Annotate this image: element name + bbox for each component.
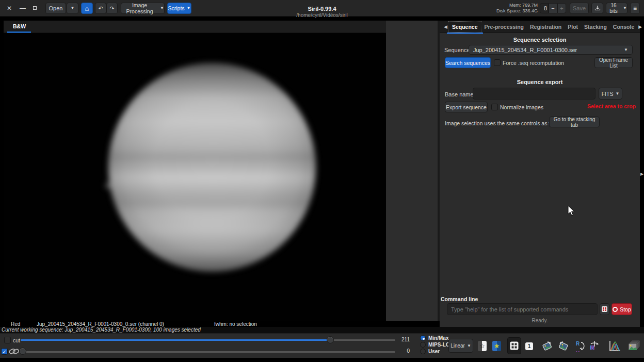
home-button[interactable]: ⌂ <box>81 3 93 14</box>
cut-label: cut <box>13 337 20 343</box>
chain-link-icon <box>9 346 19 356</box>
right-frame <box>640 4 644 358</box>
export-sequence-button[interactable]: Export sequence <box>445 102 488 112</box>
save-button-label: Save <box>573 5 586 11</box>
open-menu-button[interactable]: ▼ <box>67 3 78 14</box>
save-as-button[interactable] <box>591 3 603 14</box>
open-button-label: Open <box>49 5 63 11</box>
panel-expander-handle[interactable]: ▶ <box>640 170 644 178</box>
low-slider-handle[interactable] <box>19 348 26 355</box>
force-recompute-checkbox[interactable] <box>494 59 501 66</box>
redo-button[interactable]: ↷ <box>106 3 118 14</box>
low-slider-track[interactable] <box>26 351 395 353</box>
working-sequence-status: Current working sequence: Jup_200415_204… <box>2 327 201 333</box>
tab-bw[interactable]: B&W <box>9 21 30 31</box>
high-slider-fill <box>21 339 330 341</box>
viewer-gutter <box>386 21 438 321</box>
sequence-combobox[interactable]: Jup_200415_204534_R_F0001-0300.ser ▼ <box>469 45 633 55</box>
normalize-images-checkbox[interactable] <box>491 104 498 110</box>
radio-user[interactable] <box>420 349 426 354</box>
jupiter-cloud-bands <box>108 63 316 272</box>
open-frame-list-button[interactable]: Open Frame List <box>594 57 633 68</box>
single-channel-button[interactable]: 1 <box>522 338 536 354</box>
open-button[interactable]: Open <box>45 3 66 14</box>
tab-plot[interactable]: Plot <box>565 22 581 32</box>
goto-stacking-button[interactable]: Go to the stacking tab <box>549 117 600 127</box>
frames-list-button[interactable] <box>627 338 641 354</box>
cut-checkbox[interactable] <box>4 337 11 343</box>
stretch-mode-dropdown[interactable]: Linear ▼ <box>448 339 473 353</box>
low-value: 0 <box>399 348 410 354</box>
single-channel-icon: 1 <box>525 342 533 350</box>
svg-text:R: R <box>576 341 580 347</box>
zoom-out-button[interactable]: − <box>549 3 557 13</box>
viewer-tab-bar: B&W <box>4 21 438 33</box>
channel-grid-button[interactable] <box>507 337 521 354</box>
undo-button[interactable]: ↶ <box>95 3 106 14</box>
high-value: 211 <box>399 337 410 342</box>
export-sequence-label: Export sequence <box>446 104 487 110</box>
histogram-button[interactable] <box>607 338 621 354</box>
force-recompute-label: Force .seq recomputation <box>503 60 564 66</box>
display-controls-bar: cut 211 ✓ 0 Min/Max MIPS-LO/HI User Line… <box>0 333 644 358</box>
window-minimize-button[interactable]: — <box>18 3 28 13</box>
command-grid-icon <box>602 306 607 312</box>
tab-scroll-left-button[interactable]: ◀ <box>443 24 448 29</box>
tab-pre-processing[interactable]: Pre-processing <box>481 22 527 32</box>
scripts-label: Scripts <box>168 5 184 11</box>
search-sequences-button[interactable]: Search sequences <box>445 57 491 68</box>
format-dropdown[interactable]: FITS ▼ <box>599 88 622 100</box>
rotate-left-button[interactable] <box>540 338 554 354</box>
zoom-value[interactable]: 8 <box>540 3 549 13</box>
command-line-title: Command line <box>441 296 478 302</box>
open-frame-list-label: Open Frame List <box>595 57 632 69</box>
negative-view-button[interactable]: ☆ <box>475 338 489 354</box>
chevron-down-icon: ▼ <box>160 6 164 10</box>
goto-stacking-label: Go to the stacking tab <box>550 117 599 128</box>
channel-grid-icon <box>510 341 519 350</box>
tab-scroll-right-button[interactable]: ▶ <box>637 24 643 29</box>
tab-sequence[interactable]: Sequence <box>448 21 481 32</box>
rotate-right-button[interactable] <box>556 338 570 354</box>
command-list-button[interactable] <box>600 303 609 315</box>
current-file-name: Jup_200415_204534_R_F0001-0300_0.ser (ch… <box>37 321 164 327</box>
high-slider-handle[interactable] <box>327 336 334 343</box>
link-cut-checkbox[interactable]: ✓ <box>1 348 8 355</box>
left-frame <box>0 4 4 333</box>
false-color-button[interactable]: ★ <box>490 338 504 354</box>
stop-button[interactable]: Stop <box>611 303 632 315</box>
image-processing-menu-button[interactable]: Image Processing ▼ <box>121 3 165 14</box>
app-title: Siril-0.99.4 <box>270 6 374 12</box>
jupiter-disk <box>108 63 316 272</box>
scripts-menu-button[interactable]: Scripts ▼ <box>167 3 191 14</box>
base-name-input[interactable] <box>473 88 595 100</box>
tab-stacking[interactable]: Stacking <box>581 22 610 32</box>
tab-registration[interactable]: Registration <box>527 22 565 32</box>
fwhm-status: fwhm: no selection <box>214 321 257 327</box>
radio-mips[interactable] <box>420 342 426 348</box>
flip-horizontal-button[interactable]: R R <box>587 338 601 354</box>
image-canvas[interactable] <box>4 33 386 321</box>
flip-vertical-button[interactable]: R R <box>572 338 586 354</box>
chevron-down-icon: ▼ <box>467 344 471 348</box>
rotate-right-icon <box>557 340 570 352</box>
crop-hint: Select area to crop <box>587 103 636 109</box>
stop-button-label: Stop <box>620 306 631 312</box>
format-label: FITS <box>602 91 614 97</box>
zoom-in-button[interactable]: + <box>557 3 566 13</box>
radio-minmax[interactable] <box>420 335 426 341</box>
sequence-selection-title: Sequence selection <box>440 37 640 43</box>
jupiter-image <box>102 57 324 278</box>
radio-minmax-label: Min/Max <box>428 335 448 341</box>
image-processing-label: Image Processing <box>121 2 158 14</box>
siril-window: ✕ — Open ▼ ⌂ ↶ ↷ Image Processing ▼ Scri… <box>0 0 644 362</box>
window-close-button[interactable]: ✕ <box>4 3 14 13</box>
command-input[interactable] <box>447 303 598 315</box>
window-maximize-button[interactable] <box>33 6 37 10</box>
bit-depth-dropdown[interactable]: 16 bits ▼ <box>606 3 627 14</box>
app-menu-button[interactable]: ≡ <box>630 3 640 14</box>
tab-console[interactable]: Console <box>610 22 637 32</box>
flip-vertical-icon: R R <box>573 340 585 352</box>
save-button[interactable]: Save <box>570 3 589 14</box>
rotate-left-icon <box>541 340 553 352</box>
